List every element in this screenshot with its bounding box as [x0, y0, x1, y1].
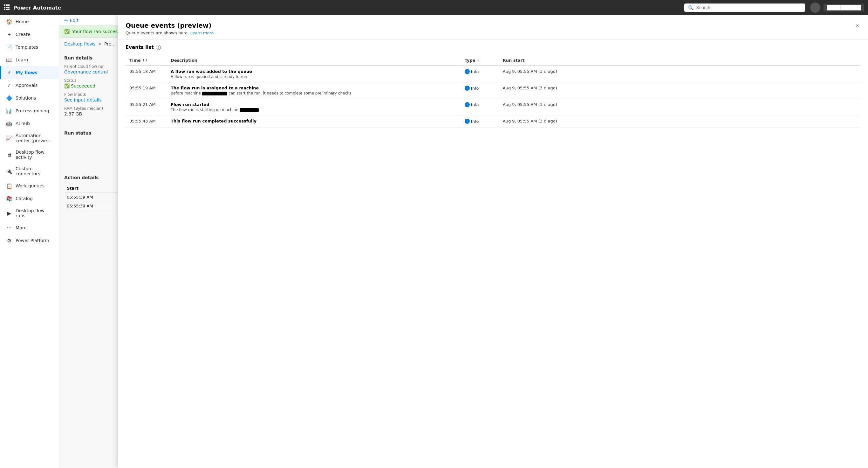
event-desc-sub-1: Before machine can start the run, it nee…: [171, 91, 457, 95]
solutions-icon: 🔷: [6, 95, 12, 101]
panel-title: Queue events (preview): [126, 22, 214, 29]
events-table-header: Time ↑↓ Description Type ↓: [126, 55, 860, 65]
type-info-icon: i: [465, 86, 470, 91]
event-time-0: 05:55:18 AM: [126, 65, 167, 82]
sidebar-item-desktop-flow-activity[interactable]: 🖥 Desktop flow activity: [0, 146, 59, 163]
search-bar[interactable]: 🔍: [684, 3, 805, 12]
sidebar-item-more[interactable]: ··· More: [0, 222, 59, 234]
svg-rect-2: [8, 4, 9, 6]
table-row: 05:55:19 AMThe flow run is assigned to a…: [126, 82, 860, 99]
breadcrumb-desktop-flows[interactable]: Desktop flows: [64, 41, 95, 47]
learn-more-link[interactable]: Learn more: [190, 31, 214, 35]
user-name: ██████████: [824, 4, 864, 11]
search-input[interactable]: [696, 5, 801, 10]
sidebar-label-automation-center: Automation center (previe...: [16, 133, 54, 143]
svg-rect-1: [6, 4, 8, 6]
event-desc-sub-0: A flow run is queued and is ready to run: [171, 75, 457, 79]
sidebar-item-learn[interactable]: 📖 Learn: [0, 54, 59, 66]
event-desc-title-2: Flow run started: [171, 102, 457, 107]
sidebar-label-ai-hub: AI hub: [16, 121, 30, 126]
work-queues-icon: 📋: [6, 183, 12, 189]
edit-label: Edit: [70, 18, 79, 23]
sidebar: 🏠 Home ＋ Create 📄 Templates 📖 Learn ⚡ My…: [0, 15, 59, 468]
col-header-type: Type ↓: [461, 55, 499, 65]
main-layout: 🏠 Home ＋ Create 📄 Templates 📖 Learn ⚡ My…: [0, 15, 868, 468]
type-label: Info: [471, 69, 479, 74]
succeeded-icon: ✅: [64, 83, 70, 88]
svg-rect-7: [6, 8, 8, 10]
desktop-flow-activity-icon: 🖥: [6, 151, 12, 158]
type-label: Info: [471, 119, 479, 124]
sidebar-label-custom-connectors: Custom connectors: [16, 166, 54, 176]
avatar[interactable]: [810, 3, 820, 13]
event-desc-1: The flow run is assigned to a machineBef…: [167, 82, 461, 99]
svg-rect-5: [8, 7, 9, 8]
event-runstart-1: Aug 9, 05:55 AM (3 d ago): [499, 82, 860, 99]
breadcrumb-current: Pre...: [104, 41, 116, 47]
type-info-icon: i: [465, 102, 470, 107]
sidebar-item-templates[interactable]: 📄 Templates: [0, 41, 59, 54]
event-desc-title-0: A flow run was added to the queue: [171, 69, 457, 74]
sidebar-label-more: More: [16, 225, 27, 230]
sidebar-item-catalog[interactable]: 📚 Catalog: [0, 192, 59, 205]
sidebar-label-approvals: Approvals: [16, 83, 37, 88]
event-time-1: 05:55:19 AM: [126, 82, 167, 99]
search-icon: 🔍: [688, 5, 693, 10]
event-desc-title-1: The flow run is assigned to a machine: [171, 86, 457, 90]
process-mining-icon: 📊: [6, 108, 12, 114]
grid-icon[interactable]: [4, 4, 9, 11]
event-desc-title-3: This flow run completed successfully: [171, 119, 457, 123]
type-info-icon: i: [465, 69, 470, 74]
sidebar-item-my-flows[interactable]: ⚡ My flows: [0, 66, 59, 79]
events-info-icon: i: [156, 45, 161, 50]
sidebar-label-process-mining: Process mining: [16, 108, 49, 113]
sidebar-item-solutions[interactable]: 🔷 Solutions: [0, 92, 59, 104]
catalog-icon: 📚: [6, 195, 12, 202]
more-icon: ···: [6, 225, 12, 231]
type-info-icon: i: [465, 119, 470, 124]
panel-close-button[interactable]: ×: [854, 22, 860, 30]
sidebar-item-work-queues[interactable]: 📋 Work queues: [0, 179, 59, 192]
panel-header-text: Queue events (preview) Queue events are …: [126, 22, 214, 35]
sidebar-label-catalog: Catalog: [16, 196, 33, 201]
table-row: 05:55:43 AMThis flow run completed succe…: [126, 116, 860, 127]
topbar: Power Automate 🔍 ██████████: [0, 0, 868, 15]
events-list-title: Events list i: [126, 45, 860, 50]
event-desc-3: This flow run completed successfully: [167, 116, 461, 127]
my-flows-icon: ⚡: [6, 69, 12, 76]
events-table-body: 05:55:18 AMA flow run was added to the q…: [126, 65, 860, 127]
svg-rect-4: [6, 7, 8, 8]
sidebar-item-create[interactable]: ＋ Create: [0, 28, 59, 41]
content-area: ✏️ Edit ✅ Your flow ran successfully. De…: [59, 15, 868, 468]
success-icon: ✅: [64, 29, 70, 34]
sidebar-item-desktop-flow-runs[interactable]: ▶ Desktop flow runs: [0, 205, 59, 222]
panel-subtitle: Queue events are shown here. Learn more: [126, 31, 214, 35]
sidebar-label-desktop-flow-runs: Desktop flow runs: [16, 208, 54, 218]
learn-icon: 📖: [6, 57, 12, 63]
event-desc-sub-2: The flow run is starting on machine: [171, 108, 457, 112]
sidebar-item-approvals[interactable]: ✓ Approvals: [0, 79, 59, 92]
sidebar-label-create: Create: [16, 32, 31, 37]
queue-events-panel: Queue events (preview) Queue events are …: [118, 15, 868, 468]
power-platform-icon: ⚙: [6, 237, 12, 244]
edit-icon: ✏️: [64, 18, 68, 23]
sidebar-item-custom-connectors[interactable]: 🔌 Custom connectors: [0, 163, 59, 179]
sort-icon-type: ↓: [477, 58, 479, 62]
sidebar-item-power-platform[interactable]: ⚙ Power Platform: [0, 234, 59, 247]
create-icon: ＋: [6, 31, 12, 37]
events-section: Events list i Time ↑↓: [118, 39, 868, 133]
event-runstart-2: Aug 9, 05:55 AM (3 d ago): [499, 99, 860, 116]
sidebar-item-automation-center[interactable]: 📈 Automation center (previe...: [0, 130, 59, 146]
event-desc-2: Flow run startedThe flow run is starting…: [167, 99, 461, 116]
sidebar-item-ai-hub[interactable]: 🤖 AI hub: [0, 117, 59, 130]
redacted-text: [240, 108, 259, 112]
sidebar-label-my-flows: My flows: [16, 70, 37, 75]
breadcrumb-separator: >: [98, 41, 102, 47]
sidebar-item-home[interactable]: 🏠 Home: [0, 15, 59, 28]
sidebar-item-process-mining[interactable]: 📊 Process mining: [0, 104, 59, 117]
sort-icon-time: ↑↓: [142, 58, 148, 62]
event-time-2: 05:55:21 AM: [126, 99, 167, 116]
type-label: Info: [471, 86, 479, 91]
sidebar-label-power-platform: Power Platform: [16, 238, 49, 243]
approvals-icon: ✓: [6, 82, 12, 88]
